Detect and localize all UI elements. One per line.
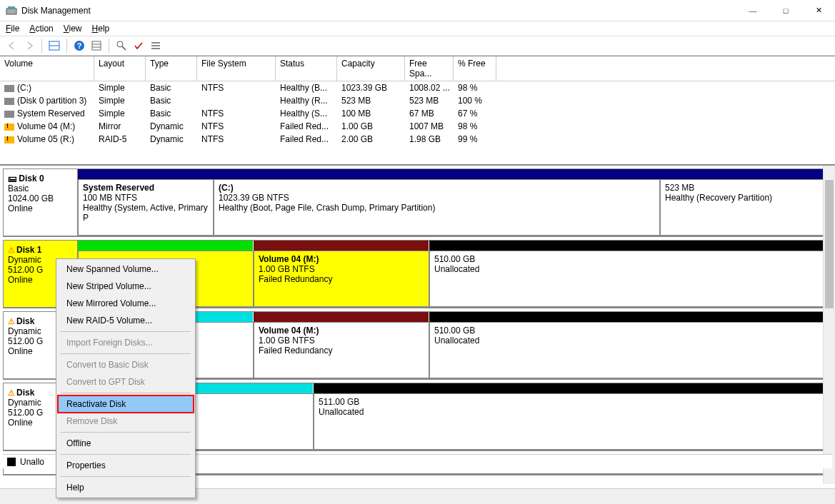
volume-row[interactable]: Volume 04 (M:)MirrorDynamicNTFSFailed Re… <box>0 120 835 133</box>
volume-row[interactable]: Volume 05 (R:)RAID-5DynamicNTFSFailed Re… <box>0 133 835 146</box>
legend-swatch-unalloc <box>7 458 16 466</box>
ctx-new-striped[interactable]: New Striped Volume... <box>58 278 194 295</box>
ctx-convert-basic[interactable]: Convert to Basic Disk <box>58 356 194 373</box>
volume-row[interactable]: System ReservedSimpleBasicNTFSHealthy (S… <box>0 107 835 120</box>
col-free[interactable]: Free Spa... <box>405 56 454 81</box>
scrollbar-thumb[interactable] <box>825 180 834 308</box>
volume-list: Volume Layout Type File System Status Ca… <box>0 56 835 164</box>
menubar: File Action View Help <box>0 21 835 36</box>
menu-action[interactable]: Action <box>29 24 53 34</box>
col-type[interactable]: Type <box>146 56 197 81</box>
ctx-properties[interactable]: Properties <box>58 457 194 474</box>
close-button[interactable]: ✕ <box>802 0 835 21</box>
disk0-partition-sysreserved[interactable]: System Reserved 100 MB NTFS Healthy (Sys… <box>78 179 214 236</box>
search-button[interactable] <box>114 38 129 54</box>
disk0-state: Online <box>8 203 73 213</box>
disk0-size: 1024.00 GB <box>8 193 73 203</box>
disk0-partition-recovery[interactable]: 523 MB Healthy (Recovery Partition) <box>660 179 831 236</box>
disk2-partition-vol04[interactable]: Volume 04 (M:) 1.00 GB NTFS Failed Redun… <box>254 322 429 378</box>
disk-icon: 🖴 <box>8 173 16 183</box>
col-status[interactable]: Status <box>276 56 337 81</box>
col-capacity[interactable]: Capacity <box>337 56 405 81</box>
ctx-new-raid5[interactable]: New RAID-5 Volume... <box>58 312 194 329</box>
disk1-partition-unalloc[interactable]: 510.00 GB Unallocated <box>429 251 831 307</box>
disk1-partition-vol04[interactable]: Volume 04 (M:) 1.00 GB NTFS Failed Redun… <box>254 251 429 307</box>
svg-rect-12 <box>151 45 160 46</box>
disk0-name: Disk 0 <box>19 173 44 183</box>
back-button[interactable] <box>4 38 20 54</box>
ctx-offline[interactable]: Offline <box>58 435 194 452</box>
disk0-label[interactable]: ​🖴 Disk 0 Basic 1024.00 GB Online <box>3 168 78 236</box>
minimize-button[interactable]: — <box>736 0 769 21</box>
volume-row[interactable]: (Disk 0 partition 3)SimpleBasicHealthy (… <box>0 94 835 107</box>
disk3-partition-unalloc[interactable]: 511.00 GB Unallocated <box>314 393 831 450</box>
ctx-help[interactable]: Help <box>58 479 194 496</box>
view-button[interactable] <box>46 38 62 54</box>
ctx-convert-gpt[interactable]: Convert to GPT Disk <box>58 373 194 390</box>
context-menu: New Spanned Volume... New Striped Volume… <box>56 258 196 498</box>
forward-button[interactable] <box>21 38 37 54</box>
volume-list-body: (C:)SimpleBasicNTFSHealthy (B...1023.39 … <box>0 81 835 146</box>
col-pct[interactable]: % Free <box>454 56 496 81</box>
disk2-partition-unalloc[interactable]: 510.00 GB Unallocated <box>429 322 831 378</box>
toolbar: ? <box>0 36 835 56</box>
ctx-import-foreign[interactable]: Import Foreign Disks... <box>58 334 194 351</box>
window-title: Disk Management <box>21 6 736 16</box>
disk3-name: Disk <box>16 388 34 398</box>
app-icon <box>6 5 17 16</box>
svg-rect-1 <box>8 6 15 9</box>
ctx-remove-disk[interactable]: Remove Disk <box>58 413 194 430</box>
disk2-name: Disk <box>16 316 34 326</box>
volume-row[interactable]: (C:)SimpleBasicNTFSHealthy (B...1023.39 … <box>0 81 835 94</box>
menu-file[interactable]: File <box>6 24 19 34</box>
svg-rect-6 <box>92 41 101 50</box>
menu-help[interactable]: Help <box>92 24 110 34</box>
ctx-new-spanned[interactable]: New Spanned Volume... <box>58 261 194 278</box>
col-layout[interactable]: Layout <box>94 56 146 81</box>
list-button[interactable] <box>148 38 164 54</box>
svg-text:?: ? <box>77 41 82 50</box>
vertical-scrollbar[interactable] <box>823 166 835 484</box>
svg-point-9 <box>117 41 123 47</box>
volume-list-header: Volume Layout Type File System Status Ca… <box>0 56 835 81</box>
check-button[interactable] <box>131 38 146 54</box>
menu-view[interactable]: View <box>64 24 82 34</box>
help-button[interactable]: ? <box>71 38 87 54</box>
disk0-partition-c[interactable]: (C:) 1023.39 GB NTFS Healthy (Boot, Page… <box>214 179 660 236</box>
svg-line-10 <box>122 46 126 50</box>
disk-row-0[interactable]: ​🖴 Disk 0 Basic 1024.00 GB Online System… <box>3 168 832 237</box>
maximize-button[interactable]: □ <box>769 0 802 21</box>
col-volume[interactable]: Volume <box>0 56 94 81</box>
svg-rect-11 <box>151 42 160 44</box>
svg-rect-13 <box>151 48 160 49</box>
ctx-reactivate-disk[interactable]: Reactivate Disk <box>58 395 194 413</box>
settings-button[interactable] <box>89 38 104 54</box>
ctx-new-mirrored[interactable]: New Mirrored Volume... <box>58 295 194 312</box>
disk0-type: Basic <box>8 183 73 193</box>
col-fs[interactable]: File System <box>197 56 276 81</box>
legend-unallocated: Unallo <box>20 457 44 467</box>
disk1-name: Disk 1 <box>16 245 41 255</box>
svg-rect-0 <box>6 9 16 14</box>
titlebar: Disk Management — □ ✕ <box>0 0 835 21</box>
